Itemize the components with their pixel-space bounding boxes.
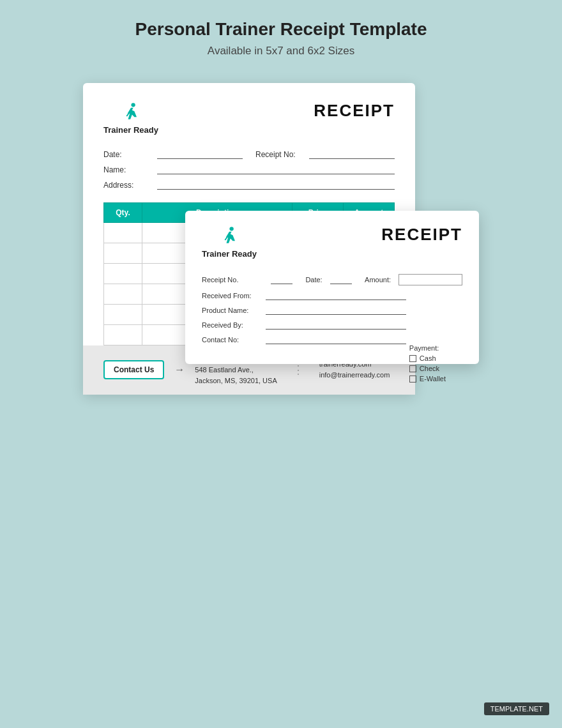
svg-point-1 <box>229 227 233 231</box>
small-receipt-no-line <box>271 275 292 284</box>
main-form-fields: Date: Receipt No: Name: Address: <box>103 150 395 190</box>
name-row: Name: <box>103 165 395 174</box>
date-receipt-row: Date: Receipt No: <box>103 150 395 159</box>
small-brand-name: Trainer Ready <box>202 249 257 259</box>
payment-section: Payment: Cash Check E-Wallet <box>409 344 446 385</box>
email: info@trainerready.com <box>319 370 390 381</box>
name-label: Name: <box>103 165 155 174</box>
contact-us-button[interactable]: Contact Us <box>103 360 164 379</box>
small-row-3: Product Name: <box>202 306 462 315</box>
page-subtitle: Available in 5x7 and 6x2 Sizes <box>208 45 354 57</box>
name-line <box>157 165 395 174</box>
small-amount-label: Amount: <box>365 276 391 284</box>
small-receipt-title: RECEIPT <box>381 225 462 245</box>
received-by-label: Received By: <box>202 321 266 329</box>
small-date-label: Date: <box>305 276 322 284</box>
address-street: 548 Eastland Ave., <box>195 365 277 376</box>
small-row-1: Receipt No. Date: Amount: <box>202 274 462 285</box>
ewallet-label: E-Wallet <box>420 375 446 383</box>
small-receipt-no-label: Receipt No. <box>202 276 266 284</box>
contact-no-line <box>266 335 406 344</box>
contact-no-label: Contact No: <box>202 336 266 344</box>
cards-container: Trainer Ready RECEIPT Date: Receipt No: … <box>83 83 479 562</box>
arrow-right-icon: → <box>174 364 185 375</box>
svg-point-0 <box>131 103 135 107</box>
runner-icon <box>119 101 142 124</box>
small-date-line <box>330 275 352 284</box>
small-runner-icon <box>218 225 241 248</box>
receipt-no-label: Receipt No: <box>255 150 307 159</box>
cash-label: Cash <box>420 354 436 362</box>
payment-ewallet: E-Wallet <box>409 375 446 383</box>
received-by-line <box>266 321 406 330</box>
received-from-line <box>266 291 406 300</box>
cash-checkbox[interactable] <box>409 355 416 362</box>
product-name-label: Product Name: <box>202 307 266 314</box>
main-card-header: Trainer Ready RECEIPT <box>103 101 395 135</box>
payment-label: Payment: <box>409 344 446 352</box>
address-city: Jackson, MS, 39201, USA <box>195 375 277 387</box>
date-line <box>157 150 243 159</box>
product-name-line <box>266 306 406 315</box>
col-qty: Qty. <box>104 203 142 223</box>
check-label: Check <box>420 365 439 372</box>
check-checkbox[interactable] <box>409 365 416 372</box>
small-receipt-card: Trainer Ready RECEIPT Receipt No. Date: … <box>185 211 479 364</box>
date-label: Date: <box>103 150 155 159</box>
small-row-2: Received From: <box>202 291 462 300</box>
main-brand-name: Trainer Ready <box>103 125 158 135</box>
received-from-label: Received From: <box>202 292 266 300</box>
payment-cash: Cash <box>409 354 446 362</box>
small-row-4: Received By: <box>202 321 462 330</box>
main-receipt-title: RECEIPT <box>314 101 395 121</box>
small-form-area: Receipt No. Date: Amount: Received From:… <box>202 274 462 344</box>
page-title: Personal Trainer Receipt Template <box>135 19 427 40</box>
small-brand-logo: Trainer Ready <box>202 225 257 259</box>
divider-dots-icon: ⋮ <box>292 363 304 377</box>
receipt-no-line <box>309 150 395 159</box>
template-badge: TEMPLATE.NET <box>484 702 549 715</box>
payment-check: Check <box>409 365 446 372</box>
small-card-header: Trainer Ready RECEIPT <box>202 225 462 259</box>
main-brand-logo: Trainer Ready <box>103 101 158 135</box>
amount-input-box <box>399 274 462 285</box>
address-label: Address: <box>103 181 155 190</box>
address-row: Address: <box>103 181 395 190</box>
small-row-5: Contact No: <box>202 335 462 344</box>
ewallet-checkbox[interactable] <box>409 375 416 383</box>
address-line <box>157 181 395 190</box>
